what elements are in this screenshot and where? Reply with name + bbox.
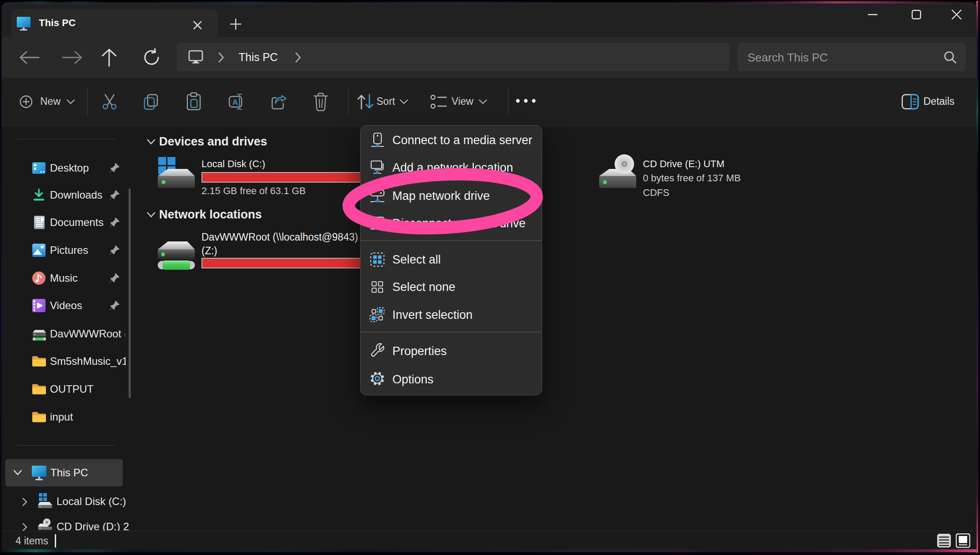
svg-text:A: A (232, 98, 238, 107)
